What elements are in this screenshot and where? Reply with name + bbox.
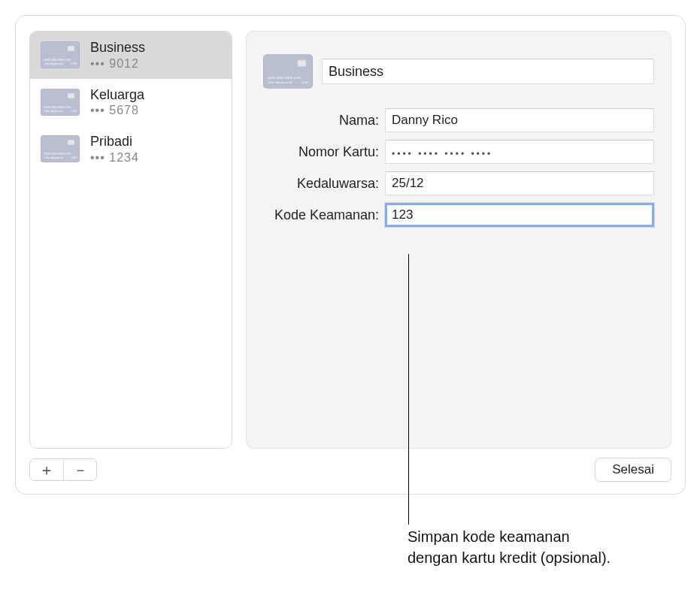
annotation-callout-line	[408, 254, 409, 525]
annotation-text: Simpan kode keamanan dengan kartu kredit…	[408, 526, 618, 568]
sidebar-item-texts: Pribadi ••• 1234	[90, 133, 139, 165]
card-detail-panel: Nama: Nomor Kartu: Kedaluwarsa: Kode Kea…	[246, 31, 671, 449]
label-card-number: Nomor Kartu:	[263, 144, 379, 160]
card-sidebar: Business ••• 9012 Keluarga ••• 5678	[29, 31, 232, 449]
detail-header	[263, 54, 654, 89]
credit-card-icon	[263, 54, 313, 89]
sidebar-item-texts: Business ••• 9012	[90, 39, 145, 71]
row-card-number: Nomor Kartu:	[263, 140, 654, 164]
sidebar-item-last4: ••• 1234	[90, 150, 139, 165]
credit-card-icon	[41, 41, 80, 68]
row-security-code: Kode Keamanan:	[263, 203, 654, 227]
cardholder-name-input[interactable]	[385, 108, 654, 132]
label-expires: Kedaluwarsa:	[263, 176, 379, 192]
card-list: Business ••• 9012 Keluarga ••• 5678	[30, 32, 232, 448]
card-number-input[interactable]	[385, 140, 654, 164]
card-title-input[interactable]	[322, 59, 654, 84]
sidebar-item-keluarga[interactable]: Keluarga ••• 5678	[30, 79, 232, 126]
content-row: Business ••• 9012 Keluarga ••• 5678	[29, 31, 671, 449]
minus-icon: －	[73, 460, 88, 480]
sidebar-item-pribadi[interactable]: Pribadi ••• 1234	[30, 126, 232, 173]
label-name: Nama:	[263, 113, 379, 129]
security-code-input[interactable]	[385, 203, 654, 227]
sidebar-item-name: Business	[90, 39, 145, 56]
row-name: Nama:	[263, 108, 654, 132]
add-button[interactable]: ＋	[30, 459, 63, 480]
credit-card-icon	[41, 89, 80, 116]
form-rows: Nama: Nomor Kartu: Kedaluwarsa: Kode Kea…	[263, 108, 654, 227]
remove-button[interactable]: －	[63, 459, 96, 480]
sidebar-item-business[interactable]: Business ••• 9012	[30, 32, 232, 79]
sidebar-item-name: Keluarga	[90, 86, 144, 104]
plus-icon: ＋	[39, 460, 54, 480]
card-settings-window: Business ••• 9012 Keluarga ••• 5678	[15, 15, 686, 495]
row-expires: Kedaluwarsa:	[263, 171, 654, 195]
sidebar-item-name: Pribadi	[90, 133, 139, 150]
sidebar-item-last4: ••• 9012	[90, 56, 145, 71]
label-security-code: Kode Keamanan:	[263, 207, 379, 223]
sidebar-item-last4: ••• 5678	[90, 103, 144, 118]
add-remove-group: ＋ －	[29, 458, 97, 481]
bottom-bar: ＋ － Selesai	[29, 458, 671, 482]
done-button[interactable]: Selesai	[595, 458, 671, 482]
sidebar-item-texts: Keluarga ••• 5678	[90, 86, 144, 119]
expires-input[interactable]	[385, 171, 654, 195]
credit-card-icon	[41, 135, 80, 162]
